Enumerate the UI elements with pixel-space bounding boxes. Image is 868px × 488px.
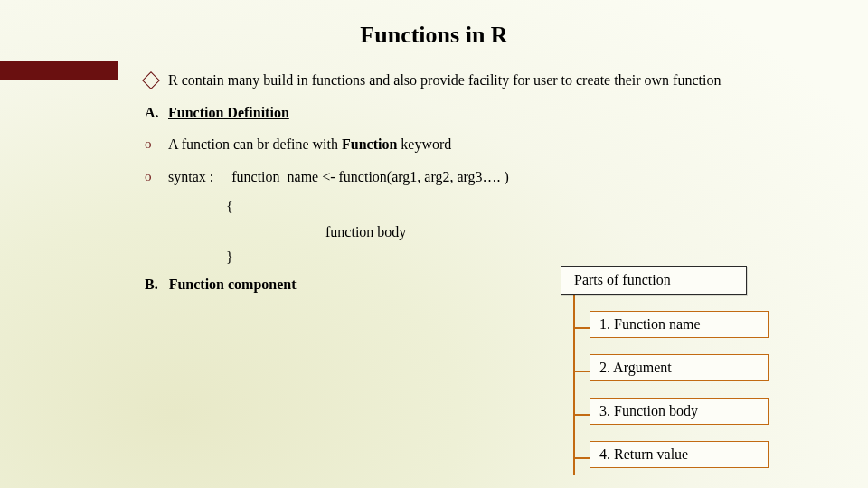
syntax-code: function_name <- function(arg1, arg2, ar… [231, 169, 509, 184]
brace-close: } [226, 249, 841, 266]
section-b-heading: Function component [169, 277, 297, 292]
p1-keyword: Function [342, 136, 397, 152]
diagram-item: 3. Function body [590, 398, 769, 425]
diagram-item: 4. Return value [590, 441, 769, 468]
diagram-item: 2. Argument [590, 354, 769, 381]
brace-open: { [226, 199, 841, 215]
parts-diagram: Parts of function 1. Function name 2. Ar… [557, 266, 846, 468]
diamond-icon [142, 71, 160, 89]
point-1-row: o A function can br define with Function… [145, 135, 841, 155]
diagram-root-box: Parts of function [561, 266, 747, 295]
point-2-row: o syntax : function_name <- function(arg… [145, 167, 841, 187]
bullet-col [145, 70, 168, 87]
intro-text: R contain many build in functions and al… [168, 70, 721, 90]
content-area: R contain many build in functions and al… [145, 70, 841, 293]
page-title: Functions in R [0, 0, 868, 56]
point-2-text: syntax : function_name <- function(arg1,… [168, 167, 509, 187]
section-a-label: A. [145, 103, 168, 123]
point-1-text: A function can br define with Function k… [168, 135, 451, 155]
syntax-block: { function body } [226, 199, 841, 266]
o-bullet-icon: o [145, 167, 168, 185]
section-a-heading: Function Definition [168, 103, 289, 123]
o-bullet-icon: o [145, 135, 168, 153]
intro-row: R contain many build in functions and al… [145, 70, 841, 90]
p1-post: keyword [397, 136, 451, 152]
section-a-row: A. Function Definition [145, 103, 841, 123]
p1-pre: A function can br define with [168, 136, 342, 152]
accent-bar [0, 61, 118, 80]
diagram-item: 1. Function name [590, 311, 769, 338]
function-body-text: function body [326, 224, 841, 240]
syntax-label: syntax : [168, 169, 213, 184]
section-b-label: B. [145, 277, 158, 292]
